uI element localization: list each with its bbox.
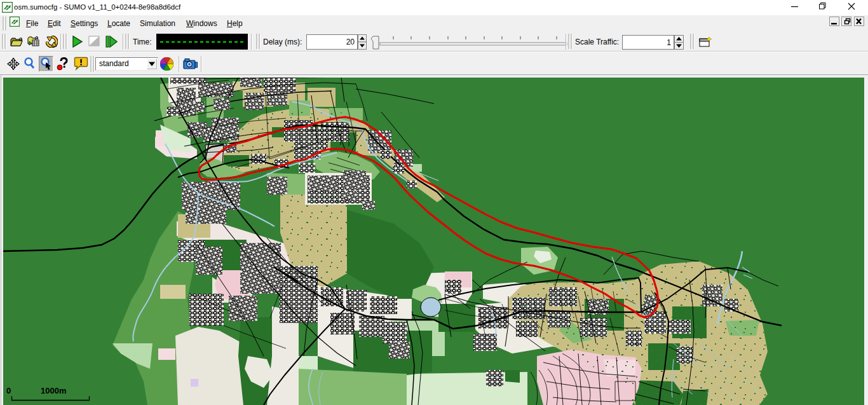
- svg-text:1000m: 1000m: [41, 386, 66, 395]
- svg-text:0: 0: [6, 386, 11, 395]
